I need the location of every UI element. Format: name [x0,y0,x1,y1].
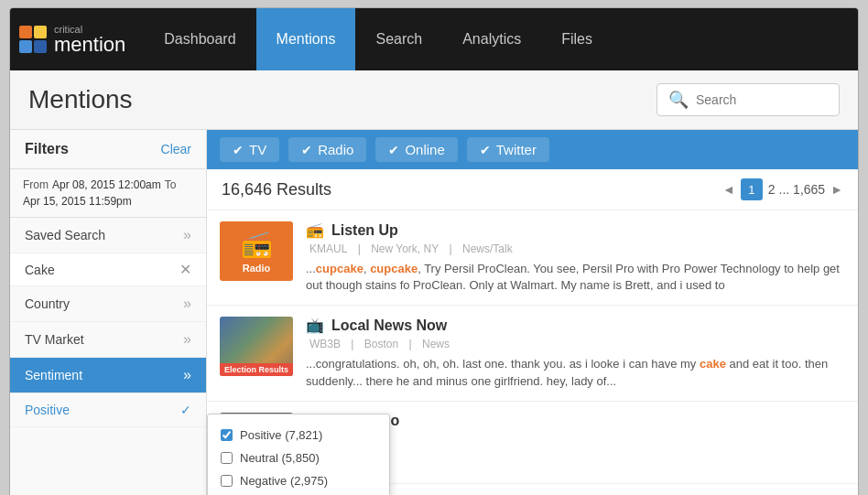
cake-label: Cake [25,263,55,277]
negative-option-label: Negative (2,975) [240,474,328,488]
sidebar-saved-search-arrow: » [183,227,191,243]
search-box[interactable]: 🔍 [656,83,840,116]
prev-page-button[interactable]: ◄ [722,182,735,197]
news-image: Election Results [220,317,293,376]
tab-radio-check: ✔ [301,143,312,157]
tv-source-icon: 📺 [306,317,324,334]
tab-twitter[interactable]: ✔ Twitter [467,137,549,162]
logo-text: critical mention [54,25,125,55]
result-snippet-2: ...congratulations. oh, oh, oh. last one… [306,356,845,389]
neutral-option-label: Neutral (5,850) [240,451,320,465]
filters-title: Filters [25,141,69,157]
tab-tv-check: ✔ [233,143,244,157]
search-input[interactable] [696,92,824,107]
negative-checkbox[interactable] [221,475,233,487]
logo-sq-orange [19,26,32,38]
sidebar-item-tv-market[interactable]: TV Market » [10,322,206,358]
sidebar-item-cake: Cake ✕ [10,253,206,286]
sentiment-label: Sentiment [25,368,82,382]
result-location-1: New York, NY [371,242,439,255]
results-count: 16,646 Results [222,180,331,199]
result-item-1[interactable]: 📻 Radio 📻 Listen Up KMAUL | New York, NY [207,210,858,306]
clear-button[interactable]: Clear [161,142,191,156]
sidebar-saved-search-label: Saved Search [25,228,105,242]
tv-market-arrow: » [183,331,191,348]
next-page-button[interactable]: ► [830,182,843,197]
nav-files[interactable]: Files [541,8,613,70]
logo-sq-yellow [34,26,47,38]
result-title-2: Local News Now [331,317,447,334]
tab-online-check: ✔ [388,143,399,157]
result-category-1: News/Talk [462,242,513,255]
sidebar-item-sentiment[interactable]: Sentiment » [10,358,206,393]
logo-brand: mention [54,35,125,55]
result-title-row-2: 📺 Local News Now [306,317,845,334]
date-to-value: Apr 15, 2015 11:59pm [23,195,132,208]
result-category-2: News [422,338,450,350]
sidebar-item-positive[interactable]: Positive ✓ [10,393,206,427]
date-range: From Apr 08, 2015 12:00am To Apr 15, 201… [10,169,206,218]
main-content: Filters Clear From Apr 08, 2015 12:00am … [10,130,858,495]
results-meta: 16,646 Results ◄ 1 2 ... 1,665 ► [207,169,858,210]
next-pages-label: 2 ... 1,665 [768,182,825,197]
result-sep-4: | [409,338,415,350]
result-snippet-1: ...cupcake, cupcake, Try Persil ProClean… [306,261,845,294]
logo: critical mention [19,25,125,55]
highlight-cupcake-2: cupcake [370,262,418,275]
date-from-label: From [23,178,49,191]
cake-remove-button[interactable]: ✕ [179,261,191,278]
result-content-1: 📻 Listen Up KMAUL | New York, NY | News/… [306,221,845,294]
date-from-value: Apr 08, 2015 12:00am [52,178,161,191]
date-to-label: To [165,178,177,191]
tab-tv-label: TV [249,142,266,157]
result-title-1: Listen Up [331,222,398,239]
result-sep-1: | [358,242,363,255]
tab-radio-label: Radio [318,142,353,157]
tab-radio[interactable]: ✔ Radio [288,137,366,162]
logo-sq-blue-dark [34,40,47,53]
nav-analytics[interactable]: Analytics [442,8,541,70]
positive-label: Positive [25,403,70,417]
nav-mentions[interactable]: Mentions [256,8,356,70]
filters-header: Filters Clear [10,130,206,169]
sidebar: Filters Clear From Apr 08, 2015 12:00am … [10,130,207,495]
nav-dashboard[interactable]: Dashboard [144,8,255,70]
country-label: Country [25,296,70,311]
sidebar-item-country[interactable]: Country » [10,286,206,322]
positive-checkbox[interactable] [221,429,233,441]
highlight-cupcake-1: cupcake [316,262,363,275]
news-badge: Election Results [220,363,293,376]
tab-online-label: Online [405,142,444,157]
tab-tv[interactable]: ✔ TV [220,137,279,162]
current-page[interactable]: 1 [741,178,763,200]
dropdown-item-neutral[interactable]: Neutral (5,850) [221,447,376,469]
dropdown-item-negative[interactable]: Negative (2,975) [221,469,376,492]
country-arrow: » [183,296,191,312]
neutral-checkbox[interactable] [221,452,233,464]
tab-twitter-check: ✔ [480,143,491,157]
result-content-2: 📺 Local News Now WB3B | Boston | News ..… [306,317,845,389]
dropdown-item-positive[interactable]: Positive (7,821) [221,424,376,447]
tab-twitter-label: Twitter [496,142,537,157]
highlight-cake: cake [700,357,726,371]
positive-check-icon: ✓ [180,403,191,417]
result-thumb-radio: 📻 Radio [220,221,293,281]
radio-source-icon: 📻 [306,221,324,239]
result-meta-1: KMAUL | New York, NY | News/Talk [306,242,845,255]
sentiment-arrow: » [183,367,191,383]
sidebar-item-saved-search[interactable]: Saved Search » [10,218,206,253]
logo-sq-blue-light [19,40,32,53]
logo-squares [19,26,47,53]
nav-search[interactable]: Search [355,8,442,70]
search-icon: 🔍 [668,90,689,110]
pagination: ◄ 1 2 ... 1,665 ► [722,178,843,200]
tab-online[interactable]: ✔ Online [375,137,457,162]
result-title-row-1: 📻 Listen Up [306,221,845,239]
result-location-2: Boston [364,338,398,350]
result-item-2[interactable]: Election Results 📺 Local News Now WB3B |… [207,306,858,401]
tv-market-label: TV Market [25,332,84,347]
page-title: Mentions [28,85,133,114]
positive-option-label: Positive (7,821) [240,428,322,442]
radio-icon: 📻 [241,229,273,259]
results-tabs: ✔ TV ✔ Radio ✔ Online ✔ Twitter [207,130,858,169]
